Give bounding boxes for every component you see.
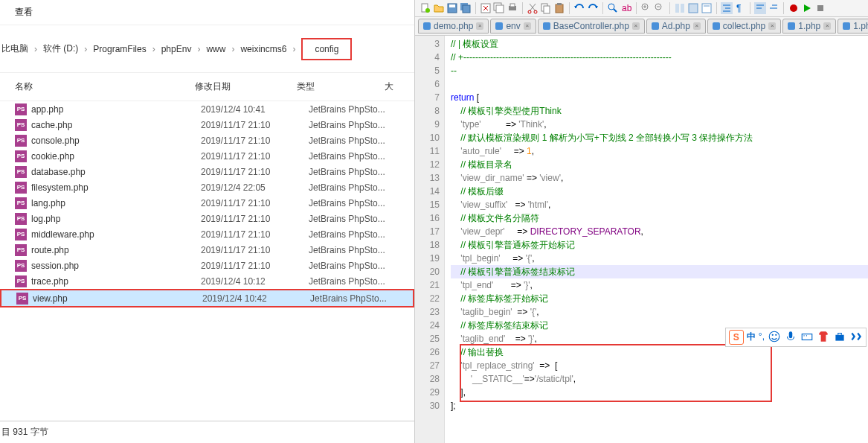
- zoom-in-icon[interactable]: [640, 2, 652, 14]
- line-number: 28: [415, 372, 440, 386]
- ime-toolbox-icon[interactable]: [833, 330, 846, 343]
- ime-toolbar[interactable]: S 中 °,: [725, 328, 867, 347]
- save-all-icon[interactable]: [460, 2, 472, 14]
- close-icon[interactable]: [480, 2, 492, 14]
- print-icon[interactable]: [507, 2, 518, 14]
- paste-icon[interactable]: [553, 2, 565, 14]
- sync-icon[interactable]: [674, 2, 686, 14]
- ime-emoji-icon[interactable]: [768, 330, 781, 343]
- cut-icon[interactable]: [527, 2, 539, 14]
- wrap-icon[interactable]: [687, 2, 699, 14]
- ime-settings-icon[interactable]: [849, 330, 863, 343]
- open-icon[interactable]: [433, 2, 445, 14]
- code-area[interactable]: // | 模板设置 // +--------------------------…: [445, 36, 868, 443]
- breadcrumb-item[interactable]: 软件 (D:): [43, 42, 78, 55]
- macro-stop-icon[interactable]: [814, 2, 826, 14]
- undo-icon[interactable]: [573, 2, 585, 14]
- ime-skin-icon[interactable]: [817, 330, 830, 343]
- tab-close-icon[interactable]: ×: [632, 22, 640, 30]
- file-name: session.php: [31, 261, 201, 271]
- breadcrumb-item[interactable]: phpEnv: [161, 44, 192, 54]
- editor-tab[interactable]: env ×: [490, 19, 536, 34]
- file-row[interactable]: PS view.php 2019/12/4 10:42 JetBrains Ph…: [1, 290, 413, 306]
- file-type: JetBrains PhpSto...: [309, 214, 409, 224]
- file-type: JetBrains PhpSto...: [309, 261, 409, 271]
- editor-tab[interactable]: demo.php ×: [418, 19, 489, 34]
- file-row[interactable]: PS log.php 2019/11/17 21:10 JetBrains Ph…: [0, 211, 414, 226]
- editor-tab[interactable]: BaseController.php ×: [538, 19, 645, 34]
- tab-close-icon[interactable]: ×: [476, 22, 483, 30]
- file-type: JetBrains PhpSto...: [309, 182, 409, 193]
- tab-close-icon[interactable]: ×: [768, 22, 776, 30]
- outdent-icon[interactable]: [768, 2, 779, 14]
- copy-icon[interactable]: [540, 2, 552, 14]
- ime-punct-icon[interactable]: °,: [759, 330, 765, 345]
- indent-guide-icon[interactable]: [754, 2, 766, 14]
- new-file-icon[interactable]: [419, 2, 431, 14]
- svg-rect-5: [463, 5, 470, 13]
- svg-rect-45: [789, 331, 793, 338]
- sogou-icon[interactable]: S: [729, 330, 744, 345]
- file-date: 2019/12/4 10:12: [201, 276, 309, 287]
- replace-icon[interactable]: ab: [620, 2, 632, 14]
- svg-rect-41: [817, 5, 823, 11]
- file-row[interactable]: PS cache.php 2019/11/17 21:10 JetBrains …: [0, 117, 414, 133]
- file-row[interactable]: PS database.php 2019/11/17 21:10 JetBrai…: [0, 164, 414, 179]
- column-header-name[interactable]: 名称: [0, 77, 189, 96]
- column-header-date[interactable]: 修改日期: [189, 77, 291, 96]
- indent-icon[interactable]: [721, 2, 733, 14]
- breadcrumb-item[interactable]: weixincms6: [240, 44, 286, 54]
- file-row[interactable]: PS console.php 2019/11/17 21:10 JetBrain…: [0, 133, 414, 148]
- breadcrumb-item[interactable]: 比电脑: [1, 42, 28, 55]
- file-type: JetBrains PhpSto...: [309, 120, 409, 130]
- doc-map-icon[interactable]: [701, 2, 713, 14]
- file-row[interactable]: PS middleware.php 2019/11/17 21:10 JetBr…: [0, 226, 414, 242]
- close-all-icon[interactable]: [493, 2, 505, 14]
- ime-lang[interactable]: 中: [747, 330, 756, 345]
- ime-voice-icon[interactable]: [784, 330, 797, 343]
- file-row[interactable]: PS app.php 2019/12/4 10:41 JetBrains Php…: [0, 101, 414, 117]
- macro-record-icon[interactable]: [788, 2, 800, 14]
- macro-play-icon[interactable]: [801, 2, 813, 14]
- php-file-icon: PS: [15, 119, 27, 131]
- file-row[interactable]: PS cookie.php 2019/11/17 21:10 JetBrains…: [0, 148, 414, 164]
- tab-file-icon: [788, 22, 795, 30]
- save-icon[interactable]: [446, 2, 458, 14]
- line-number: 22: [415, 292, 440, 305]
- file-row[interactable]: PS trace.php 2019/12/4 10:12 JetBrains P…: [0, 273, 414, 289]
- breadcrumb-item[interactable]: www: [206, 44, 225, 54]
- column-header-type[interactable]: 类型: [291, 77, 379, 96]
- file-row[interactable]: PS session.php 2019/11/17 21:10 JetBrain…: [0, 258, 414, 273]
- editor-tab[interactable]: collect.php ×: [707, 19, 781, 34]
- line-number: 18: [415, 238, 440, 252]
- svg-point-40: [790, 4, 797, 12]
- redo-icon[interactable]: [587, 2, 599, 14]
- file-type: JetBrains PhpSto...: [309, 104, 409, 115]
- svg-rect-27: [675, 4, 679, 13]
- editor-tab[interactable]: Ad.php ×: [646, 19, 706, 34]
- tab-label: 1.ph: [853, 21, 868, 31]
- tab-close-icon[interactable]: ×: [823, 22, 831, 30]
- file-date: 2019/11/17 21:10: [201, 198, 309, 208]
- file-row[interactable]: PS filesystem.php 2019/12/4 22:05 JetBra…: [0, 179, 414, 195]
- tab-close-icon[interactable]: ×: [524, 22, 531, 30]
- file-row[interactable]: PS route.php 2019/11/17 21:10 JetBrains …: [0, 242, 414, 258]
- file-row[interactable]: PS lang.php 2019/11/17 21:10 JetBrains P…: [0, 195, 414, 211]
- editor-tab[interactable]: 1.php ×: [782, 19, 836, 34]
- code-editor[interactable]: 3456789101112131415161718192021222324252…: [415, 36, 868, 443]
- tab-close-icon[interactable]: ×: [693, 22, 701, 30]
- tab-file-icon: [713, 22, 720, 30]
- ime-keyboard-icon[interactable]: [800, 330, 814, 343]
- line-number: 14: [415, 185, 440, 198]
- zoom-out-icon[interactable]: [654, 2, 666, 14]
- breadcrumb-item-current[interactable]: config: [315, 44, 338, 54]
- file-date: 2019/11/17 21:10: [201, 229, 309, 240]
- file-list: PS app.php 2019/12/4 10:41 JetBrains Php…: [0, 101, 414, 421]
- column-header-size[interactable]: 大: [379, 77, 414, 96]
- find-icon[interactable]: [607, 2, 619, 14]
- line-number: 4: [415, 51, 440, 64]
- show-all-icon[interactable]: ¶: [734, 2, 746, 14]
- editor-tab[interactable]: 1.ph ×: [838, 19, 868, 34]
- menu-view[interactable]: 查看: [15, 7, 33, 17]
- breadcrumb-item[interactable]: ProgramFiles: [93, 44, 146, 54]
